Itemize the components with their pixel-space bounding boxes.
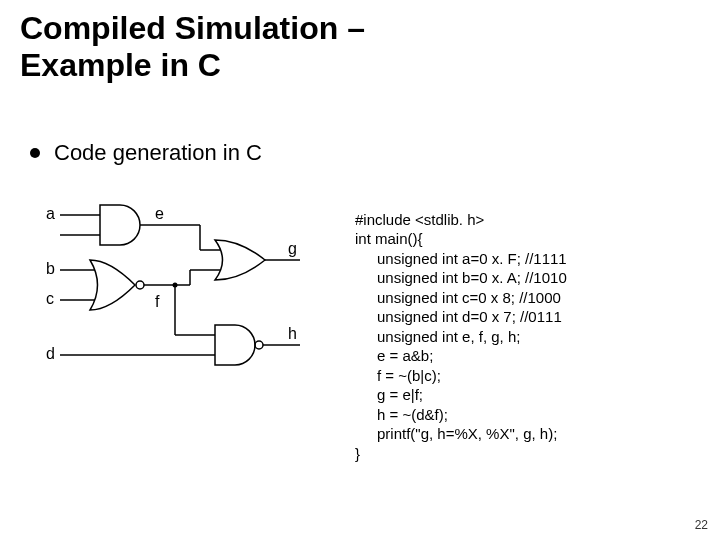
- bullet-text: Code generation in C: [54, 140, 262, 166]
- label-f: f: [155, 293, 160, 310]
- label-a: a: [46, 205, 55, 222]
- code-line: f = ~(b|c);: [355, 366, 567, 386]
- code-line: int main(){: [355, 230, 423, 247]
- code-line: }: [355, 445, 360, 462]
- label-e: e: [155, 205, 164, 222]
- code-line: #include <stdlib. h>: [355, 211, 484, 228]
- code-line: unsigned int a=0 x. F; //1111: [355, 249, 567, 269]
- code-line: unsigned int b=0 x. A; //1010: [355, 268, 567, 288]
- label-c: c: [46, 290, 54, 307]
- title-line-1: Compiled Simulation –: [20, 10, 365, 46]
- nand-gate-h-icon: [215, 325, 255, 365]
- code-line: g = e|f;: [355, 385, 567, 405]
- svg-point-13: [173, 283, 178, 288]
- bullet-icon: [30, 148, 40, 158]
- svg-point-16: [255, 341, 263, 349]
- svg-point-7: [136, 281, 144, 289]
- code-line: e = a&b;: [355, 346, 567, 366]
- slide-title: Compiled Simulation – Example in C: [20, 10, 365, 84]
- code-line: unsigned int e, f, g, h;: [355, 327, 567, 347]
- logic-diagram: a b c d e f g h: [40, 195, 320, 385]
- or-gate-g-icon: [215, 240, 265, 280]
- code-line: printf("g, h=%X, %X", g, h);: [355, 424, 567, 444]
- code-line: unsigned int d=0 x 7; //0111: [355, 307, 567, 327]
- label-h: h: [288, 325, 297, 342]
- code-line: h = ~(d&f);: [355, 405, 567, 425]
- label-b: b: [46, 260, 55, 277]
- label-g: g: [288, 240, 297, 257]
- code-block: #include <stdlib. h> int main(){ unsigne…: [355, 190, 567, 463]
- title-line-2: Example in C: [20, 47, 221, 83]
- label-d: d: [46, 345, 55, 362]
- bullet-item: Code generation in C: [30, 140, 262, 166]
- page-number: 22: [695, 518, 708, 532]
- and-gate-e-icon: [100, 205, 140, 245]
- nor-gate-f-icon: [90, 260, 135, 310]
- code-line: unsigned int c=0 x 8; //1000: [355, 288, 567, 308]
